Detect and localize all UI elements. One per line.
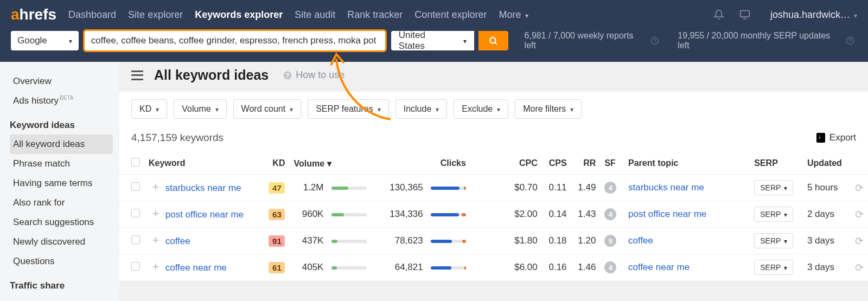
sidebar-item-all-keyword-ideas[interactable]: All keyword ideas <box>10 135 113 154</box>
nav-more[interactable]: More <box>499 9 528 21</box>
sidebar-item-also-rank-for[interactable]: Also rank for <box>10 193 113 213</box>
select-all-checkbox[interactable] <box>131 158 140 166</box>
col-updated[interactable]: Updated <box>803 152 851 175</box>
sidebar-item-having-same-terms[interactable]: Having same terms <box>10 174 113 193</box>
col-keyword[interactable]: Keyword <box>144 152 260 175</box>
col-cpc[interactable]: CPC <box>470 152 542 175</box>
filter-include[interactable]: Include <box>395 99 448 119</box>
how-to-use-link[interactable]: ? How to use <box>283 69 344 81</box>
filter-exclude[interactable]: Exclude <box>454 99 508 119</box>
svg-rect-0 <box>741 11 750 17</box>
parent-topic-link[interactable]: coffee <box>628 235 653 246</box>
serp-button[interactable]: SERP <box>754 233 793 248</box>
serp-button[interactable]: SERP <box>754 180 793 195</box>
parent-topic-link[interactable]: post office near me <box>628 209 706 219</box>
col-sf[interactable]: SF <box>600 152 624 175</box>
nav-rank-tracker[interactable]: Rank tracker <box>347 9 403 21</box>
keyword-link[interactable]: coffee near me <box>165 262 227 273</box>
keyword-link[interactable]: post office near me <box>165 209 244 220</box>
clicks-value: 130,365 <box>390 182 423 193</box>
menu-icon[interactable] <box>131 71 143 80</box>
chevron-down-icon <box>69 35 72 46</box>
bell-icon[interactable] <box>712 8 726 22</box>
col-clicks[interactable]: Clicks <box>375 152 470 175</box>
clicks-bar <box>431 213 466 216</box>
rr-value: 1.49 <box>571 175 601 201</box>
engine-select[interactable]: Google <box>11 31 79 50</box>
filter-word-count[interactable]: Word count <box>233 99 302 119</box>
search-button[interactable] <box>478 31 508 50</box>
info-icon[interactable] <box>844 34 857 48</box>
sidebar-item-ads-history[interactable]: Ads historyBETA <box>10 91 113 111</box>
expand-icon[interactable]: + <box>151 262 161 272</box>
col-parent[interactable]: Parent topic <box>624 152 750 175</box>
col-kd[interactable]: KD <box>260 152 289 175</box>
clicks-value: 78,623 <box>395 235 423 246</box>
logo[interactable]: ahrefs <box>11 6 56 23</box>
nav-dashboard[interactable]: Dashboard <box>68 9 116 21</box>
nav-site-audit[interactable]: Site audit <box>295 9 335 21</box>
refresh-icon[interactable]: ⟳ <box>855 208 864 221</box>
volume-value: 1.2M <box>293 182 323 193</box>
sidebar-item-search-suggestions[interactable]: Search suggestions <box>10 213 113 232</box>
chevron-down-icon <box>570 104 573 114</box>
filter-serp-features[interactable]: SERP features <box>308 99 389 119</box>
row-checkbox[interactable] <box>131 262 140 271</box>
parent-topic-link[interactable]: starbucks near me <box>628 182 704 193</box>
cpc-value: $0.70 <box>470 175 542 201</box>
serp-button[interactable]: SERP <box>754 207 793 222</box>
serp-button[interactable]: SERP <box>754 260 793 275</box>
updated-value: 5 hours <box>803 175 851 201</box>
sidebar-item-by-domains[interactable]: By domains <box>10 295 113 301</box>
keywords-input[interactable] <box>90 35 380 47</box>
sort-desc-icon: ▾ <box>327 159 331 168</box>
col-volume[interactable]: Volume ▾ <box>289 152 375 175</box>
rr-value: 1.43 <box>571 201 601 228</box>
monitor-icon[interactable] <box>738 8 752 22</box>
refresh-icon[interactable]: ⟳ <box>855 182 864 194</box>
row-checkbox[interactable] <box>131 182 140 191</box>
chevron-down-icon <box>156 104 159 114</box>
col-cps[interactable]: CPS <box>542 152 571 175</box>
export-button[interactable]: Export <box>816 132 856 143</box>
keyword-link[interactable]: starbucks near me <box>165 183 241 193</box>
sidebar-item-questions[interactable]: Questions <box>10 252 113 271</box>
refresh-icon[interactable]: ⟳ <box>855 261 864 274</box>
expand-icon[interactable]: + <box>151 209 161 219</box>
keyword-link[interactable]: coffee <box>165 236 190 246</box>
country-label: United States <box>399 30 452 52</box>
country-select[interactable]: United States <box>391 31 474 50</box>
sidebar-item-phrase-match[interactable]: Phrase match <box>10 154 113 174</box>
row-checkbox[interactable] <box>131 209 140 217</box>
chevron-down-icon <box>290 104 293 114</box>
nav-content-explorer[interactable]: Content explorer <box>414 9 487 21</box>
clicks-bar <box>431 187 466 190</box>
user-menu[interactable]: joshua.hardwick… <box>770 9 857 21</box>
svg-point-6 <box>847 37 854 44</box>
cpc-value: $2.00 <box>470 201 542 228</box>
info-icon[interactable] <box>648 34 661 48</box>
volume-bar <box>331 240 367 243</box>
clicks-bar <box>431 240 466 243</box>
filter-volume[interactable]: Volume <box>174 99 226 119</box>
sidebar-item-overview[interactable]: Overview <box>10 72 113 91</box>
refresh-icon[interactable]: ⟳ <box>855 235 864 247</box>
filter-more-filters[interactable]: More filters <box>515 99 582 119</box>
chevron-down-icon <box>784 263 787 272</box>
parent-topic-link[interactable]: coffee near me <box>628 262 690 272</box>
updated-value: 3 days <box>803 254 851 281</box>
body: OverviewAds historyBETA Keyword ideas Al… <box>0 62 868 301</box>
row-checkbox[interactable] <box>131 235 140 244</box>
sidebar-item-newly-discovered[interactable]: Newly discovered <box>10 232 113 252</box>
cps-value: 0.18 <box>542 228 571 254</box>
col-serp[interactable]: SERP <box>750 152 803 175</box>
expand-icon[interactable]: + <box>151 235 161 245</box>
filter-kd[interactable]: KD <box>131 99 167 119</box>
kd-badge: 63 <box>269 209 285 220</box>
nav-site-explorer[interactable]: Site explorer <box>128 9 183 21</box>
volume-bar <box>331 187 367 190</box>
expand-icon[interactable]: + <box>151 182 161 192</box>
chevron-down-icon <box>497 104 500 114</box>
col-rr[interactable]: RR <box>571 152 601 175</box>
nav-keywords-explorer[interactable]: Keywords explorer <box>195 9 283 21</box>
